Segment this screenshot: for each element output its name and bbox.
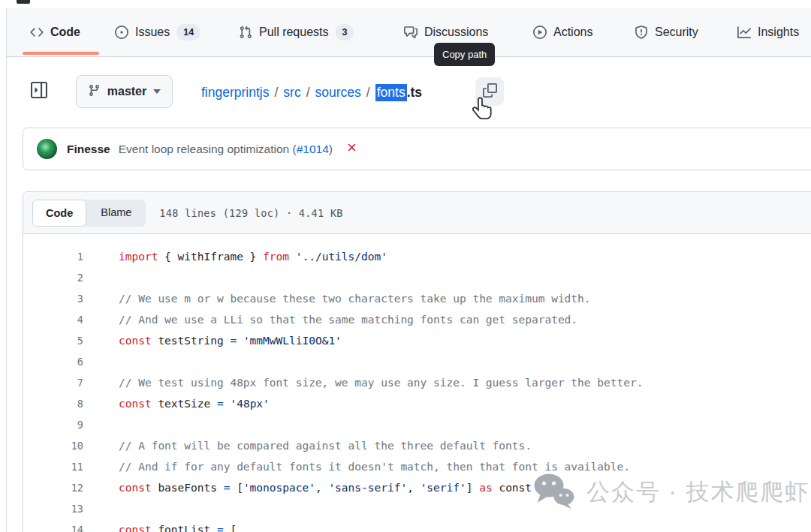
code-text: const fontList = [ [119,524,237,532]
line-number[interactable]: 9 [23,419,83,431]
dismiss-button[interactable] [345,141,358,157]
repo-nav: Code Issues 14 Pull requests 3 Discussio… [7,8,811,57]
tab-discussions-label: Discussions [424,26,488,39]
code-line: 9 [23,414,811,435]
tab-insights[interactable]: Insights [737,20,799,45]
line-number[interactable]: 8 [23,398,83,410]
watermark: 公众号 · 技术爬爬虾 [533,473,810,512]
x-icon [345,141,358,157]
code-blame-segmented-control: Code Blame [32,200,146,227]
line-number[interactable]: 13 [23,503,83,515]
copy-path-button[interactable] [475,77,504,106]
expand-file-tree-button[interactable] [27,80,51,104]
code-icon [30,26,44,39]
git-pull-request-icon [239,26,252,39]
tab-actions-label: Actions [553,26,592,39]
cropped-content-fragment [17,0,30,4]
pr-paren-close: ) [329,143,333,155]
code-line: 10// A font will be compared against all… [23,435,811,456]
tab-pull-requests-label: Pull requests [259,26,329,39]
breadcrumb-dir-sources-link[interactable]: sources [315,85,361,101]
breadcrumb-separator: / [366,85,370,101]
tab-code[interactable]: Code [30,20,80,45]
code-text: // And if for any default fonts it doesn… [119,461,630,473]
code-line: 2 [23,267,811,288]
tab-discussions[interactable]: Discussions [404,20,488,45]
code-text: const baseFonts = ['monospace', 'sans-se… [119,482,532,494]
chevron-down-icon [153,89,161,94]
tab-issues-label: Issues [135,26,170,39]
code-text: // We use m or w because these two chara… [119,293,591,305]
code-text: const testString = 'mmMwWLliI0O&1' [119,335,342,347]
branch-selector-button[interactable]: master [76,75,173,108]
code-line: 3// We use m or w because these two char… [23,288,811,309]
code-line: 4// And we use a LLi so that the same ma… [23,309,811,330]
commit-author-link[interactable]: Finesse [67,143,110,156]
comment-discussion-icon [404,26,418,39]
tab-issues[interactable]: Issues 14 [115,20,200,45]
breadcrumb-file-ext: .ts [407,85,422,101]
breadcrumb-repo-link[interactable]: fingerprintjs [201,85,269,101]
pull-requests-count-badge: 3 [336,24,354,41]
sidebar-expand-icon [31,82,47,101]
latest-commit-bar: Finesse Event loop releasing optimizatio… [23,128,811,170]
code-line: 14const fontList = [ [23,519,811,532]
line-number[interactable]: 10 [23,440,83,452]
code-line: 1import { withIframe } from '../utils/do… [23,246,811,267]
tab-code-view[interactable]: Code [32,200,86,227]
branch-name: master [107,85,146,98]
graph-icon [737,26,751,39]
tab-security-label: Security [655,26,698,39]
commit-message-text: Event loop releasing optimization [119,143,289,155]
commit-pr-link[interactable]: #1014 [297,143,329,155]
page-left-border [6,8,7,532]
line-number[interactable]: 5 [23,335,83,347]
breadcrumb-dir-src-link[interactable]: src [283,85,300,101]
code-text: // We test using 48px font size, we may … [119,377,643,389]
line-number[interactable]: 3 [23,293,83,305]
file-meta-info: 148 lines (129 loc) · 4.41 KB [159,207,342,219]
breadcrumb-file-selected-text: fonts [375,84,407,101]
watermark-text: 公众号 · 技术爬爬虾 [586,476,810,508]
breadcrumb-separator: / [274,85,278,101]
copy-icon [483,83,497,101]
shield-icon [635,26,648,39]
breadcrumb-separator: / [306,85,310,101]
line-number[interactable]: 14 [23,524,83,532]
wechat-icon [533,473,575,512]
breadcrumb: fingerprintjs / src / sources / fonts.ts [201,80,422,105]
code-text: // And we use a LLi so that the same mat… [119,314,577,326]
code-text: import { withIframe } from '../utils/dom… [119,251,387,263]
breadcrumb-file-name: fonts.ts [375,84,422,101]
tab-security[interactable]: Security [635,20,698,45]
git-branch-icon [88,84,101,100]
avatar[interactable] [37,139,57,159]
line-number[interactable]: 6 [23,356,83,368]
code-text: // A font will be compared against all t… [119,440,532,452]
issue-opened-icon [115,26,128,39]
code-line: 6 [23,351,811,372]
line-number[interactable]: 12 [23,482,83,494]
code-line: 8const textSize = '48px' [23,393,811,414]
code-line: 5const testString = 'mmMwWLliI0O&1' [23,330,811,351]
play-icon [533,26,547,39]
commit-message: Event loop releasing optimization (#1014… [119,143,333,156]
line-number[interactable]: 7 [23,377,83,389]
tab-code-label: Code [50,26,80,39]
file-view-header: Code Blame 148 lines (129 loc) · 4.41 KB [23,192,811,234]
code-line: 7// We test using 48px font size, we may… [23,372,811,393]
line-number[interactable]: 2 [23,272,83,284]
line-number[interactable]: 1 [23,251,83,263]
tab-insights-label: Insights [758,26,799,39]
code-text: const textSize = '48px' [119,398,270,410]
tab-pull-requests[interactable]: Pull requests 3 [239,20,354,45]
tab-blame-view[interactable]: Blame [86,200,146,227]
copy-path-tooltip: Copy path [434,43,495,66]
tab-actions[interactable]: Actions [533,20,592,45]
line-number[interactable]: 4 [23,314,83,326]
issues-count-badge: 14 [176,24,200,41]
line-number[interactable]: 11 [23,461,83,473]
active-tab-underline [23,52,99,55]
